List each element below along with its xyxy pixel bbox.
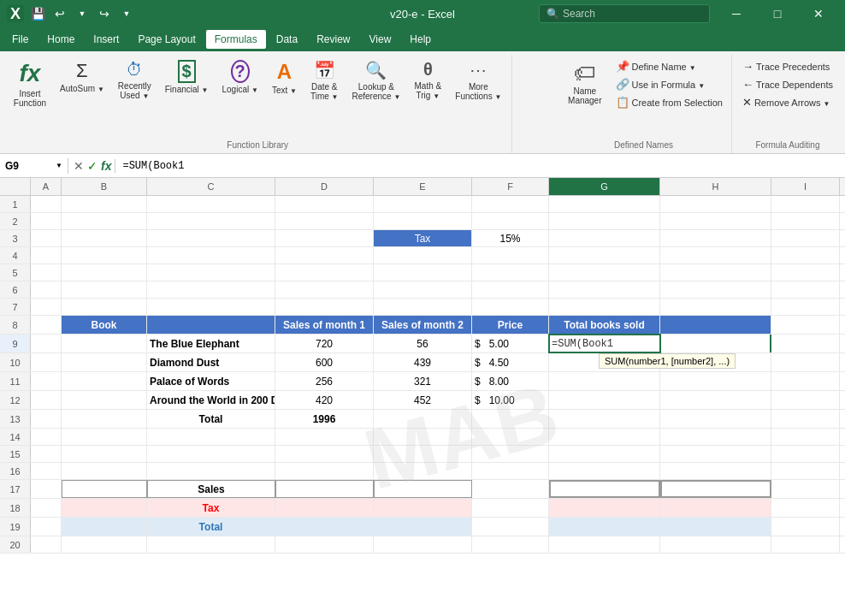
cell-g14[interactable] bbox=[549, 429, 660, 445]
row-num-18[interactable]: 18 bbox=[0, 499, 31, 517]
recently-used-button[interactable]: ⏱ RecentlyUsed ▼ bbox=[113, 56, 157, 104]
row-num-5[interactable]: 5 bbox=[0, 264, 31, 281]
cell-c7[interactable] bbox=[147, 299, 275, 315]
cell-i9[interactable] bbox=[771, 335, 840, 352]
row-num-7[interactable]: 7 bbox=[0, 299, 31, 315]
menu-review[interactable]: Review bbox=[308, 30, 358, 49]
cell-f14[interactable] bbox=[472, 429, 549, 445]
row-num-3[interactable]: 3 bbox=[0, 230, 31, 246]
cell-f7[interactable] bbox=[472, 299, 549, 315]
cell-h9[interactable] bbox=[660, 335, 771, 352]
cell-f3[interactable]: 15% bbox=[472, 230, 549, 246]
cell-f10[interactable]: $ 4.50 bbox=[472, 353, 549, 371]
cell-d14[interactable] bbox=[275, 429, 374, 445]
cell-e6[interactable] bbox=[374, 281, 472, 298]
cell-c3[interactable] bbox=[147, 230, 275, 246]
cell-h13[interactable] bbox=[660, 410, 771, 428]
cell-c15[interactable] bbox=[147, 446, 275, 462]
menu-insert[interactable]: Insert bbox=[85, 30, 127, 49]
cell-c6[interactable] bbox=[147, 281, 275, 298]
cell-a20[interactable] bbox=[31, 536, 62, 553]
menu-help[interactable]: Help bbox=[401, 30, 440, 49]
cell-e15[interactable] bbox=[374, 446, 472, 462]
lookup-reference-button[interactable]: 🔍 Lookup &Reference ▼ bbox=[346, 56, 405, 104]
cell-a7[interactable] bbox=[31, 299, 62, 315]
cell-e7[interactable] bbox=[374, 299, 472, 315]
cell-f11[interactable]: $ 8.00 bbox=[472, 372, 549, 390]
cell-i6[interactable] bbox=[771, 281, 840, 298]
cell-h11[interactable] bbox=[660, 372, 771, 390]
cell-g20[interactable] bbox=[549, 536, 660, 553]
define-name-button[interactable]: 📌 Define Name ▼ bbox=[612, 58, 726, 74]
menu-data[interactable]: Data bbox=[268, 30, 306, 49]
cell-c12[interactable]: Around the World in 200 Days bbox=[147, 391, 275, 409]
cell-f6[interactable] bbox=[472, 281, 549, 298]
cell-f4[interactable] bbox=[472, 247, 549, 264]
cell-a9[interactable] bbox=[31, 335, 62, 352]
cell-a5[interactable] bbox=[31, 264, 62, 281]
cell-d13[interactable]: 1996 bbox=[275, 410, 374, 428]
row-num-16[interactable]: 16 bbox=[0, 463, 31, 479]
cell-c16[interactable] bbox=[147, 463, 275, 479]
cell-g17[interactable] bbox=[549, 480, 660, 498]
cell-a18[interactable] bbox=[31, 499, 62, 517]
cell-b9[interactable] bbox=[62, 335, 147, 352]
cell-e10[interactable]: 439 bbox=[374, 353, 472, 371]
cell-c17[interactable]: Sales bbox=[147, 480, 275, 498]
col-header-e[interactable]: E bbox=[374, 178, 472, 195]
cell-d10[interactable]: 600 bbox=[275, 353, 374, 371]
cell-g3[interactable] bbox=[549, 230, 660, 246]
text-button[interactable]: A Text ▼ bbox=[267, 56, 302, 98]
cell-g4[interactable] bbox=[549, 247, 660, 264]
cell-g13[interactable] bbox=[549, 410, 660, 428]
cell-i5[interactable] bbox=[771, 264, 840, 281]
redo-icon[interactable]: ↪ bbox=[96, 5, 113, 22]
cell-i16[interactable] bbox=[771, 463, 840, 479]
date-time-button[interactable]: 📅 Date &Time ▼ bbox=[305, 56, 344, 104]
cell-g19[interactable] bbox=[549, 518, 660, 536]
cell-g11[interactable] bbox=[549, 372, 660, 390]
cell-h20[interactable] bbox=[660, 536, 771, 553]
row-num-19[interactable]: 19 bbox=[0, 518, 31, 536]
cell-i7[interactable] bbox=[771, 299, 840, 315]
trace-precedents-button[interactable]: → Trace Precedents bbox=[739, 58, 833, 74]
cell-a3[interactable] bbox=[31, 230, 62, 246]
cell-e18[interactable] bbox=[374, 499, 472, 517]
cell-c14[interactable] bbox=[147, 429, 275, 445]
cell-b17[interactable] bbox=[62, 480, 147, 498]
cell-i10[interactable] bbox=[771, 353, 840, 371]
insert-function-button[interactable]: fx InsertFunction bbox=[9, 56, 51, 111]
search-input[interactable] bbox=[563, 8, 700, 20]
cell-ref-dropdown-icon[interactable]: ▼ bbox=[56, 162, 62, 169]
cell-d6[interactable] bbox=[275, 281, 374, 298]
cell-d9[interactable]: 720 bbox=[275, 335, 374, 352]
row-num-20[interactable]: 20 bbox=[0, 536, 31, 553]
cell-h18[interactable] bbox=[660, 499, 771, 517]
cell-h8[interactable] bbox=[660, 316, 771, 334]
autosum-button[interactable]: Σ AutoSum ▼ bbox=[55, 56, 109, 97]
search-box[interactable]: 🔍 bbox=[539, 4, 710, 23]
cell-f16[interactable] bbox=[472, 463, 549, 479]
cell-h19[interactable] bbox=[660, 518, 771, 536]
cell-a2[interactable] bbox=[31, 213, 62, 229]
col-header-f[interactable]: F bbox=[472, 178, 549, 195]
cell-e5[interactable] bbox=[374, 264, 472, 281]
cell-i18[interactable] bbox=[771, 499, 840, 517]
cell-d19[interactable] bbox=[275, 518, 374, 536]
maximize-button[interactable]: □ bbox=[758, 0, 797, 27]
row-num-14[interactable]: 14 bbox=[0, 429, 31, 445]
cell-f13[interactable] bbox=[472, 410, 549, 428]
cell-e4[interactable] bbox=[374, 247, 472, 264]
cell-g2[interactable] bbox=[549, 213, 660, 229]
cell-b12[interactable] bbox=[62, 391, 147, 409]
cell-b6[interactable] bbox=[62, 281, 147, 298]
cell-i2[interactable] bbox=[771, 213, 840, 229]
cell-b14[interactable] bbox=[62, 429, 147, 445]
menu-file[interactable]: File bbox=[3, 30, 37, 49]
cell-h5[interactable] bbox=[660, 264, 771, 281]
cell-i19[interactable] bbox=[771, 518, 840, 536]
cell-c4[interactable] bbox=[147, 247, 275, 264]
undo-dropdown-icon[interactable]: ▼ bbox=[74, 5, 91, 22]
cell-f20[interactable] bbox=[472, 536, 549, 553]
save-icon[interactable]: 💾 bbox=[29, 5, 46, 22]
